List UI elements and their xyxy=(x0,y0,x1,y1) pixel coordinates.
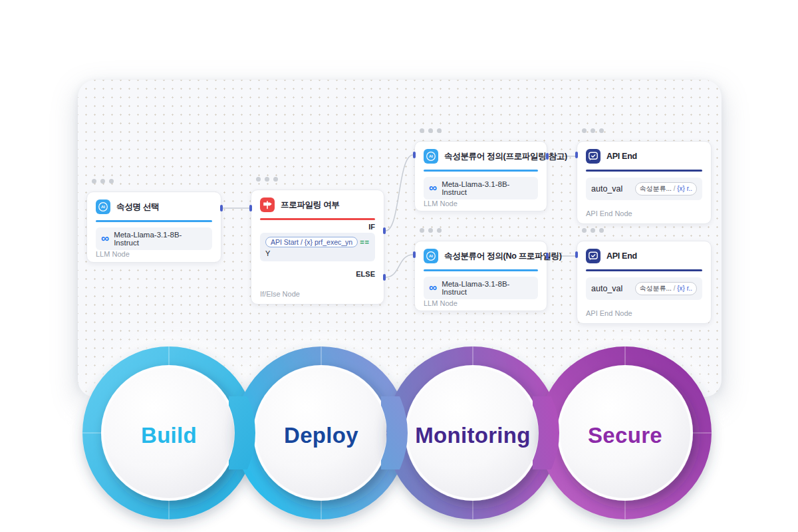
condition-operator: == xyxy=(360,238,370,246)
node-title: 프로파일링 여부 xyxy=(281,200,340,211)
svg-text:AI: AI xyxy=(101,205,105,209)
ai-icon: AI xyxy=(424,149,438,164)
output-variable-name: auto_val xyxy=(591,184,622,194)
chat-check-icon xyxy=(586,249,600,263)
node-title: 속성명 선택 xyxy=(116,201,159,213)
meta-logo-icon: ∞ xyxy=(429,284,437,292)
model-selector[interactable]: ∞ Meta-Llama-3.1-8B-Instruct xyxy=(424,177,538,200)
port-in-llm-no-profiling[interactable] xyxy=(413,251,416,258)
node-type-label: LLM Node xyxy=(96,250,212,258)
port-out-llm-no-profiling[interactable] xyxy=(546,253,549,259)
node-accent-bar xyxy=(586,170,702,172)
port-out-else[interactable] xyxy=(383,274,386,281)
condition-box[interactable]: API Start / {x} prf_exec_yn == Y xyxy=(260,233,375,261)
node-type-label: LLM Node xyxy=(424,299,538,307)
port-out-if[interactable] xyxy=(383,227,386,234)
workflow-node-llm-no-profiling[interactable]: AI 속성분류어 정의(No 프로파일링) ∞ Meta-Llama-3.1-8… xyxy=(414,241,547,311)
node-title: API End xyxy=(606,152,637,161)
node-header: AI 속성분류어 정의(No 프로파일링) xyxy=(424,249,538,263)
ring-label-secure: Secure xyxy=(588,423,662,448)
port-in-api-end-top[interactable] xyxy=(575,152,578,158)
port-in-ifelse[interactable] xyxy=(249,205,252,211)
workflow-node-llm-profiling[interactable]: AI 속성분류어 정의(프로파일링 참고) ∞ Meta-Llama-3.1-8… xyxy=(414,141,547,211)
node-handle-dots xyxy=(92,179,114,184)
node-handle-dots xyxy=(420,128,442,133)
model-selector[interactable]: ∞ Meta-Llama-3.1-8B-Instruct xyxy=(424,277,538,299)
node-handle-dots xyxy=(420,228,442,233)
workflow-node-api-end-bottom[interactable]: API End auto_val 속성분류... / {x} r.. API E… xyxy=(577,241,712,324)
ai-icon: AI xyxy=(96,200,110,214)
meta-logo-icon: ∞ xyxy=(429,184,437,192)
node-type-label: API End Node xyxy=(586,309,702,317)
output-variable-pill[interactable]: 속성분류... / {x} r.. xyxy=(635,182,697,196)
node-accent-bar xyxy=(260,218,375,220)
node-type-label: LLM Node xyxy=(424,200,538,207)
workflow-node-llm-select[interactable]: AI 속성명 선택 ∞ Meta-Llama-3.1-8B-Instruct L… xyxy=(86,192,221,263)
workflow-node-api-end-top[interactable]: API End auto_val 속성분류... / {x} r.. API E… xyxy=(577,141,712,224)
node-accent-bar xyxy=(424,170,538,172)
port-out-llm-profiling[interactable] xyxy=(546,153,549,160)
node-header: AI 속성분류어 정의(프로파일링 참고) xyxy=(424,149,538,164)
node-handle-dots xyxy=(582,128,604,133)
node-accent-bar xyxy=(586,269,702,271)
svg-text:AI: AI xyxy=(429,154,433,158)
node-title: 속성분류어 정의(프로파일링 참고) xyxy=(444,151,567,162)
page: AI 속성명 선택 ∞ Meta-Llama-3.1-8B-Instruct L… xyxy=(0,0,798,532)
output-variable-pill[interactable]: 속성분류... / {x} r.. xyxy=(635,282,697,295)
signpost-icon xyxy=(260,198,275,212)
port-out-llm-select[interactable] xyxy=(220,205,223,211)
workflow-node-ifelse[interactable]: 프로파일링 여부 IF API Start / {x} prf_exec_yn … xyxy=(251,190,384,305)
node-title: API End xyxy=(606,251,637,261)
meta-logo-icon: ∞ xyxy=(101,235,109,243)
model-name: Meta-Llama-3.1-8B-Instruct xyxy=(442,180,533,196)
ring-label-deploy: Deploy xyxy=(284,423,358,448)
model-name: Meta-Llama-3.1-8B-Instruct xyxy=(442,280,533,296)
node-header: API End xyxy=(586,249,702,263)
node-handle-dots xyxy=(582,228,604,233)
svg-text:AI: AI xyxy=(429,254,433,258)
port-in-llm-profiling[interactable] xyxy=(413,152,416,158)
node-title: 속성분류어 정의(No 프로파일링) xyxy=(444,251,562,262)
node-type-label: API End Node xyxy=(586,209,702,217)
output-variable-row[interactable]: auto_val 속성분류... / {x} r.. xyxy=(586,277,702,300)
port-in-api-end-bottom[interactable] xyxy=(575,251,578,258)
model-name: Meta-Llama-3.1-8B-Instruct xyxy=(114,231,207,247)
ring-label-monitoring: Monitoring xyxy=(415,423,530,448)
if-branch-label: IF xyxy=(260,223,375,231)
node-accent-bar xyxy=(424,269,538,271)
node-accent-bar xyxy=(96,220,212,222)
ring-label-build: Build xyxy=(141,423,197,448)
condition-value: Y xyxy=(265,249,370,257)
node-header: 프로파일링 여부 xyxy=(260,198,375,212)
chat-check-icon xyxy=(586,149,600,164)
output-variable-row[interactable]: auto_val 속성분류... / {x} r.. xyxy=(586,178,702,200)
node-header: API End xyxy=(586,149,702,164)
model-selector[interactable]: ∞ Meta-Llama-3.1-8B-Instruct xyxy=(96,227,212,250)
else-branch-label: ELSE xyxy=(260,270,375,278)
node-type-label: If/Else Node xyxy=(260,290,375,298)
output-variable-name: auto_val xyxy=(591,284,622,293)
node-header: AI 속성명 선택 xyxy=(96,200,212,214)
node-handle-dots xyxy=(256,177,278,182)
condition-variable-pill[interactable]: API Start / {x} prf_exec_yn xyxy=(265,237,358,247)
ai-icon: AI xyxy=(424,249,438,263)
